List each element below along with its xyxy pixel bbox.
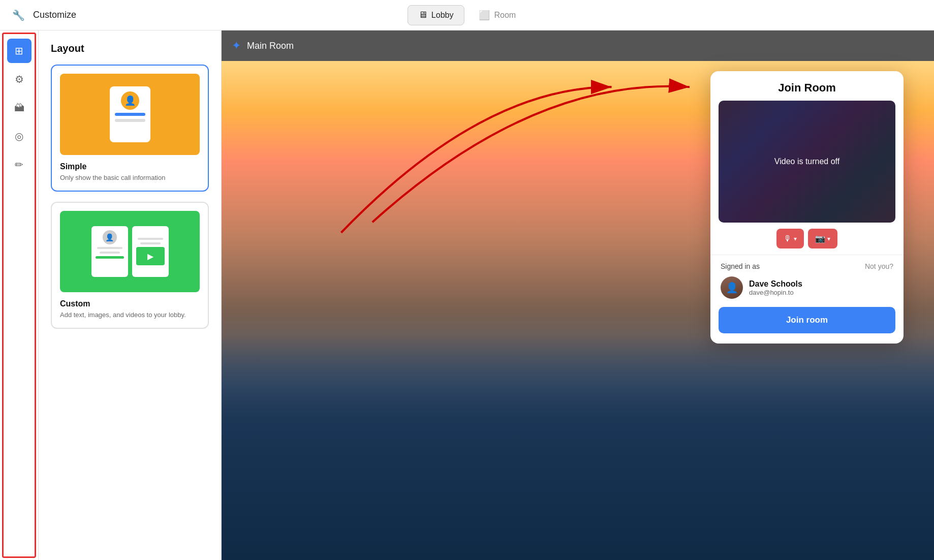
custom-card-title: Custom [60,299,200,308]
sidebar-btn-layout[interactable]: ⊞ [7,39,32,63]
icon-sidebar: ⊞ ⚙ 🏔 ◎ ✏ [0,30,39,560]
mic-button[interactable]: 🎙 ▾ [776,229,804,248]
signed-in-label: Signed in as [721,262,760,270]
simple-person-icon: 👤 [121,91,139,110]
custom-bar3 [138,238,163,240]
customize-panel: Layout 👤 Simple Only show the basic call… [39,30,222,560]
camera-chevron-icon: ▾ [827,235,830,242]
mic-chevron-icon: ▾ [794,235,797,242]
room-tab-icon: ⬜ [479,10,490,21]
simple-bar-gray [115,119,145,122]
avatar: 👤 [721,276,743,299]
custom-left-card: 👤 [91,226,128,277]
panel-title: Layout [51,43,209,54]
wave-overlay [222,335,934,560]
room-title: Main Room [247,41,294,51]
camera-button[interactable]: 📷 ▾ [808,229,837,248]
simple-bar-blue [115,113,145,116]
custom-preview-area: 👤 ▶ [60,211,200,292]
top-tabs: 🖥 Lobby ⬜ Room [408,5,526,25]
join-room-title: Join Room [721,81,893,95]
user-row: 👤 Dave Schools dave@hopin.to [721,276,893,299]
custom-card-desc: Add text, images, and videos to your lob… [60,310,200,320]
sidebar-btn-settings[interactable]: ⚙ [7,67,32,91]
room-spinner-icon: ✦ [232,39,241,52]
simple-card-desc: Only show the basic call information [60,173,200,182]
user-info: Dave Schools dave@hopin.to [749,279,802,296]
room-tab-label: Room [494,11,516,20]
layout-card-custom[interactable]: 👤 ▶ Custom Add text, i [51,202,209,329]
play-icon: ▶ [147,252,153,261]
custom-green-bar [96,256,124,259]
preview-area: ✦ Main Room Join [222,30,934,560]
sidebar-btn-eye[interactable]: ◎ [7,124,32,148]
join-room-panel: Join Room Video is turned off 🎙 ▾ 📷 ▾ [710,71,904,344]
lobby-tab-label: Lobby [431,11,454,20]
custom-bar1 [97,247,122,249]
join-room-header: Join Room [710,71,904,101]
simple-card-title: Simple [60,162,200,171]
user-name: Dave Schools [749,279,802,289]
custom-bar4 [140,242,161,244]
main-layout: ⊞ ⚙ 🏔 ◎ ✏ Layout 👤 Simple Only show the … [0,30,934,560]
simple-preview-card: 👤 [110,86,150,142]
tab-lobby[interactable]: 🖥 Lobby [408,5,464,25]
layout-card-simple[interactable]: 👤 Simple Only show the basic call inform… [51,65,209,192]
video-off-text: Video is turned off [774,157,839,166]
custom-green-block: ▶ [136,247,165,265]
simple-preview-area: 👤 [60,74,200,155]
wrench-icon: 🔧 [12,9,25,21]
camera-off-icon: 📷 [815,234,825,243]
sidebar-btn-image[interactable]: 🏔 [7,96,32,120]
page-title: Customize [33,10,76,20]
top-bar: 🔧 Customize 🖥 Lobby ⬜ Room [0,0,934,30]
video-preview: Video is turned off [719,101,895,223]
mic-off-icon: 🎙 [784,234,792,243]
sidebar-btn-pen[interactable]: ✏ [7,152,32,177]
room-header: ✦ Main Room [222,30,934,61]
signed-in-row: Signed in as Not you? [721,262,893,270]
signed-in-section: Signed in as Not you? 👤 Dave Schools dav… [710,255,904,299]
tab-room[interactable]: ⬜ Room [468,5,526,25]
not-you-link[interactable]: Not you? [865,262,893,270]
custom-right-card: ▶ [132,226,169,277]
custom-person-icon: 👤 [103,230,117,244]
lobby-tab-icon: 🖥 [418,10,427,20]
user-email: dave@hopin.to [749,289,802,296]
custom-preview-cards: 👤 ▶ [91,226,169,277]
custom-bar2 [100,252,120,254]
join-room-button[interactable]: Join room [719,307,895,333]
video-controls: 🎙 ▾ 📷 ▾ [719,229,895,248]
